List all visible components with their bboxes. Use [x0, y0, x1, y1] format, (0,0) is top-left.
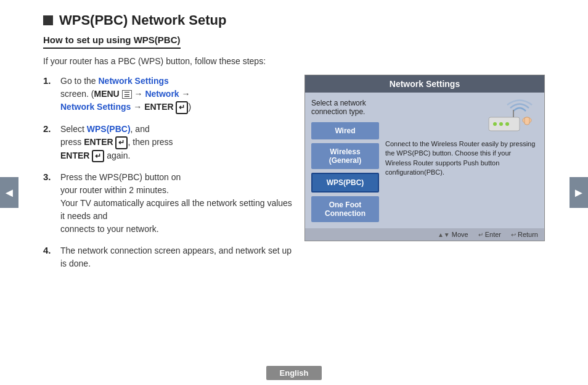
enter-label-1: ENTER ↵: [144, 102, 188, 112]
svg-rect-6: [525, 117, 529, 125]
step-2-text: Select WPS(PBC), and press ENTER ↵, then…: [60, 123, 173, 163]
footer-return-label: Return: [518, 231, 538, 238]
svg-point-2: [499, 122, 503, 126]
panel-body: Select a network connection type. Wired …: [305, 93, 544, 228]
step-1: 1. Go to the Network Settings screen. (M…: [43, 75, 292, 114]
wired-button[interactable]: Wired: [311, 122, 379, 139]
network-settings-link-1: Network Settings: [98, 76, 168, 86]
wps-pbc-button[interactable]: WPS(PBC): [311, 173, 379, 192]
footer-move-label: Move: [452, 231, 468, 238]
steps-column: 1. Go to the Network Settings screen. (M…: [43, 75, 292, 279]
panel-label: Select a network connection type.: [311, 99, 379, 116]
step-4: 4. The network connection screen appears…: [43, 244, 292, 270]
panel-footer: ▲▼ Move ↵ Enter ↩ Return: [305, 228, 544, 241]
enter-icon: ↵: [478, 231, 483, 238]
router-illustration: [385, 99, 538, 136]
panel-description: Connect to the Wireless Router easily by…: [385, 139, 538, 178]
step-1-text: Go to the Network Settings screen. (MENU…: [60, 75, 191, 114]
content-area: 1. Go to the Network Settings screen. (M…: [43, 75, 545, 279]
intro-text: If your router has a PBC (WPS) button, f…: [43, 56, 545, 66]
bottom-bar: English: [0, 361, 588, 385]
network-settings-panel: Network Settings Select a network connec…: [304, 75, 545, 241]
page-container: WPS(PBC) Network Setup How to set up usi…: [0, 0, 588, 291]
return-icon: ↩: [511, 231, 516, 238]
move-icon: ▲▼: [438, 231, 450, 238]
network-settings-link-2: Network Settings: [60, 102, 131, 112]
title-row: WPS(PBC) Network Setup: [43, 12, 545, 28]
screenshot-column: Network Settings Select a network connec…: [304, 75, 545, 279]
step-1-number: 1.: [43, 75, 55, 86]
wireless-general-button[interactable]: Wireless(General): [311, 143, 379, 169]
subtitle: How to set up using WPS(PBC): [43, 35, 181, 49]
footer-move: ▲▼ Move: [438, 231, 468, 238]
title-square: [43, 15, 53, 25]
panel-header: Network Settings: [305, 75, 544, 93]
step-2-number: 2.: [43, 123, 55, 134]
panel-buttons: Select a network connection type. Wired …: [311, 99, 379, 222]
step-2: 2. Select WPS(PBC), and press ENTER ↵, t…: [43, 123, 292, 163]
footer-enter: ↵ Enter: [478, 231, 501, 238]
wps-pbc-link: WPS(PBC): [87, 124, 131, 134]
step-4-text: The network connection screen appears, a…: [60, 244, 292, 270]
step-4-number: 4.: [43, 244, 55, 255]
footer-enter-label: Enter: [485, 231, 501, 238]
footer-return: ↩ Return: [511, 231, 538, 238]
network-link: Network: [145, 89, 179, 99]
enter-label-2: ENTER ↵: [84, 137, 128, 147]
router-svg: [476, 99, 538, 136]
enter-label-3: ENTER ↵: [60, 151, 104, 160]
svg-point-1: [493, 122, 497, 126]
panel-right: Connect to the Wireless Router easily by…: [385, 99, 538, 222]
step-3-number: 3.: [43, 171, 55, 182]
step-3-text: Press the WPS(PBC) button on your router…: [60, 171, 292, 236]
language-badge[interactable]: English: [266, 366, 322, 380]
step-3: 3. Press the WPS(PBC) button on your rou…: [43, 171, 292, 236]
one-foot-connection-button[interactable]: One FootConnection: [311, 196, 379, 222]
svg-point-3: [505, 122, 509, 126]
menu-label: MENU ☰: [94, 89, 131, 99]
page-title: WPS(PBC) Network Setup: [59, 12, 226, 28]
